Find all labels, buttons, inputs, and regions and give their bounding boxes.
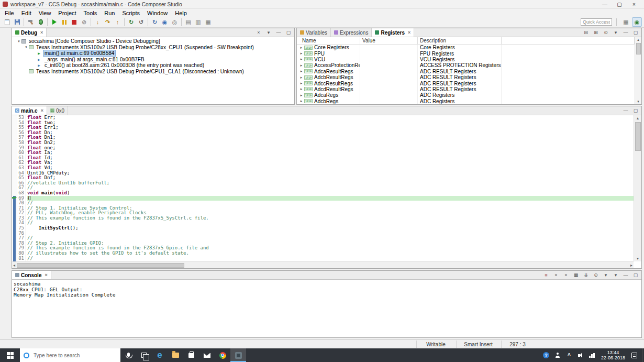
file-explorer-button[interactable]: [168, 348, 183, 362]
resume-button[interactable]: [49, 17, 59, 27]
tab-console[interactable]: Console: [12, 271, 51, 279]
collapse-all-button[interactable]: ⊟: [582, 29, 590, 36]
code-line[interactable]: float Dn1;: [27, 135, 634, 140]
pin-console-button[interactable]: ⊙: [592, 271, 599, 279]
code-line[interactable]: //: [27, 236, 634, 241]
code-line[interactable]: float Dn2;: [27, 140, 634, 146]
tab-registers[interactable]: Registers: [372, 28, 414, 37]
maximize-button[interactable]: ▢: [612, 2, 627, 7]
register-row[interactable]: ▸AdcbRegsADC Registers: [297, 98, 635, 104]
terminate-button[interactable]: ■: [542, 271, 550, 279]
tree-expander-icon[interactable]: ▸: [299, 57, 304, 61]
clear-console-button[interactable]: ▦: [572, 271, 580, 279]
register-row[interactable]: ▸AdcaRegsADC Registers: [297, 92, 635, 98]
maximize-button[interactable]: ▢: [632, 107, 639, 114]
registers-view-button[interactable]: ▥: [193, 17, 203, 27]
ccs-button[interactable]: [230, 348, 246, 362]
minimize-button[interactable]: —: [622, 271, 629, 279]
tab-expressions[interactable]: Expressions: [331, 28, 372, 37]
store-button[interactable]: [183, 348, 199, 362]
code-line[interactable]: [27, 231, 634, 236]
remove-all-launches-button[interactable]: ×: [562, 271, 570, 279]
task-view-button[interactable]: [136, 348, 152, 362]
scrollbar-thumb[interactable]: [635, 122, 641, 151]
taskbar-clock[interactable]: 13:44 22-06-2018: [598, 350, 628, 360]
debug-tree-row[interactable]: c_int00() at boot28.asm:261 0x0003D8 (th…: [12, 62, 294, 69]
action-center-button[interactable]: [628, 348, 640, 362]
code-line[interactable]: InitSysCtrl();: [27, 226, 634, 231]
suspend-button[interactable]: [59, 17, 69, 27]
tree-expander-icon[interactable]: ▸: [299, 51, 304, 56]
watchpoint-button[interactable]: ◎: [170, 17, 180, 27]
new-button[interactable]: [2, 17, 12, 27]
register-row[interactable]: ▸AdcdResultRegsADC RESULT Registers: [297, 86, 635, 92]
expand-all-button[interactable]: ⊞: [592, 29, 599, 36]
menu-tools[interactable]: Tools: [80, 10, 101, 16]
volume-button[interactable]: [575, 348, 586, 362]
tree-expander-icon[interactable]: ▸: [299, 99, 304, 103]
step-into-button[interactable]: ↓: [93, 17, 103, 27]
tree-expander-icon[interactable]: ▸: [299, 46, 304, 50]
close-button[interactable]: ×: [627, 2, 641, 7]
code-line[interactable]: float Dn;: [27, 130, 634, 136]
expressions-view-button[interactable]: ▦: [203, 17, 213, 27]
annotation-ruler[interactable]: [12, 115, 17, 261]
tree-expander-icon[interactable]: ▾: [16, 39, 21, 43]
memory-browser-button[interactable]: ▤: [183, 17, 193, 27]
open-console-button[interactable]: ▾: [612, 271, 619, 279]
debug-tree-row[interactable]: _args_main() at args_main.c:81 0x00B7FB: [12, 57, 294, 63]
code-line[interactable]: //: [27, 185, 634, 191]
editor-tab-0x0[interactable]: 0x0: [47, 106, 68, 115]
build-button[interactable]: [26, 17, 36, 27]
menu-help[interactable]: Help: [171, 10, 191, 16]
perspective-ccs-edit-button[interactable]: ▦: [621, 17, 631, 27]
menu-view[interactable]: View: [35, 10, 55, 16]
perspective-ccs-debug-button[interactable]: ◉: [632, 17, 642, 27]
editor-tab-main-c[interactable]: main.c: [12, 106, 47, 115]
people-button[interactable]: [552, 348, 563, 362]
code-line[interactable]: // This example function is found in the…: [27, 216, 634, 221]
view-menu-button[interactable]: ▾: [612, 29, 619, 36]
registers-scrollbar[interactable]: ▴ ▾: [635, 37, 641, 104]
scroll-down-icon[interactable]: ▾: [637, 100, 639, 104]
register-row[interactable]: ▸AccessProtectionRegsACCESS PROTECTION R…: [297, 62, 635, 68]
step-return-button[interactable]: ↑: [113, 17, 123, 27]
scroll-up-icon[interactable]: ▴: [637, 38, 639, 42]
step-over-button[interactable]: ↷: [103, 17, 113, 27]
maximize-button[interactable]: ▢: [632, 271, 639, 279]
menu-project[interactable]: Project: [54, 10, 80, 16]
code-line[interactable]: float Va;: [27, 160, 634, 166]
code-line[interactable]: float Ia;: [27, 150, 634, 156]
editor-vertical-scrollbar[interactable]: ▴ ▾: [634, 115, 641, 261]
close-icon[interactable]: [41, 108, 43, 113]
minimize-button[interactable]: —: [275, 29, 282, 36]
tree-expander-icon[interactable]: ▾: [24, 45, 29, 49]
register-row[interactable]: ▸AdcaResultRegsADC RESULT Registers: [297, 69, 635, 74]
scroll-down-icon[interactable]: ▾: [637, 256, 639, 261]
menu-window[interactable]: Window: [143, 10, 171, 16]
code-line[interactable]: // illustrates how to set the GPIO to it…: [27, 251, 634, 256]
remove-terminated-button[interactable]: ×: [255, 29, 262, 36]
code-line[interactable]: float two;: [27, 120, 634, 126]
close-icon[interactable]: [408, 30, 410, 35]
disconnect-button[interactable]: ⊘: [79, 17, 89, 27]
code-line[interactable]: float Id;: [27, 156, 634, 161]
debug-button[interactable]: [36, 17, 46, 27]
code-editor[interactable]: float Err;float two;float Err1;float Dn;…: [26, 115, 634, 261]
minimize-button[interactable]: —: [622, 107, 629, 114]
code-line[interactable]: //: [27, 256, 634, 261]
debug-tree-row[interactable]: main() at main.c:69 0x00B584: [12, 50, 294, 57]
register-row[interactable]: ▸AdcbResultRegsADC RESULT Registers: [297, 74, 635, 80]
register-row[interactable]: ▸Core RegistersCore Registers: [297, 45, 635, 50]
remove-launch-button[interactable]: ×: [552, 271, 560, 279]
column-header-description[interactable]: Description: [418, 37, 502, 44]
tree-expander-icon[interactable]: ▸: [299, 63, 304, 68]
register-row[interactable]: ▸AdccResultRegsADC RESULT Registers: [297, 80, 635, 86]
tree-expander-icon[interactable]: ▸: [299, 69, 304, 73]
scrollbar-thumb[interactable]: [17, 263, 184, 268]
restart-button[interactable]: ↻: [126, 17, 136, 27]
view-menu-button[interactable]: ▾: [265, 29, 272, 36]
code-line[interactable]: //: [27, 221, 634, 226]
taskbar-search-input[interactable]: [32, 352, 108, 359]
mic-button[interactable]: [120, 348, 136, 362]
